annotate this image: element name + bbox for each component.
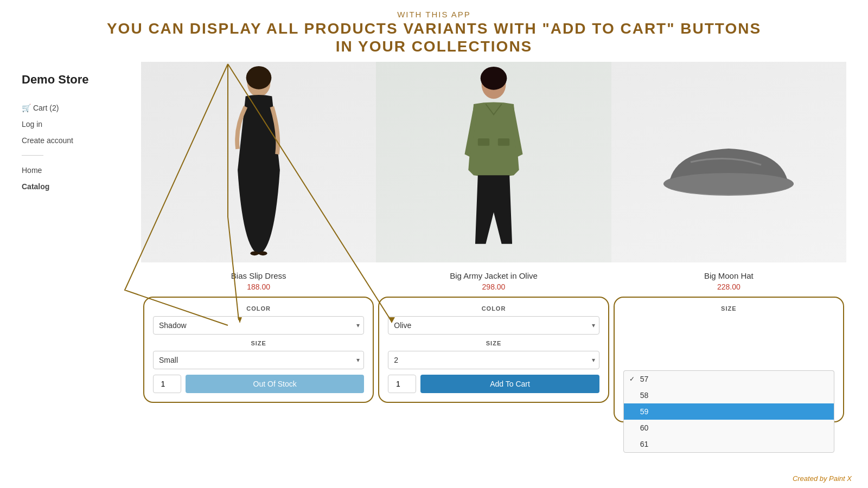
jacket-add-to-cart-button[interactable]: Add To Cart bbox=[420, 375, 599, 393]
hat-controls: Size ✓ 57 58 bbox=[611, 297, 846, 422]
page-layout: Demo Store 🛒 Cart (2) Log in Create acco… bbox=[0, 62, 868, 422]
dress-out-of-stock-button[interactable]: Out Of Stock bbox=[186, 375, 364, 393]
banner-line3: IN YOUR COLLECTIONS bbox=[0, 38, 868, 55]
svg-point-4 bbox=[250, 251, 259, 255]
dress-size-select[interactable]: Small bbox=[153, 351, 364, 369]
svg-point-7 bbox=[481, 67, 507, 90]
jacket-image bbox=[376, 62, 611, 262]
jacket-name: Big Army Jacket in Olive bbox=[450, 271, 538, 280]
dress-color-select-wrap: Shadow ▾ bbox=[153, 316, 364, 335]
dress-qty-input[interactable] bbox=[153, 375, 181, 393]
sidebar-divider bbox=[22, 155, 43, 156]
jacket-color-select-wrap: Olive ▾ bbox=[388, 316, 599, 335]
dress-name: Bias Slip Dress bbox=[231, 271, 286, 280]
banner-line2: YOU CAN DISPLAY ALL PRODUCTS VARIANTS WI… bbox=[0, 19, 868, 38]
svg-point-11 bbox=[663, 173, 794, 195]
dress-size-select-wrap: Small ▾ bbox=[153, 351, 364, 369]
hat-size-option-59[interactable]: 59 bbox=[624, 403, 834, 420]
footer-credit: Created by Paint X bbox=[793, 474, 852, 483]
product-card-hat: Big Moon Hat 228.00 bbox=[611, 62, 846, 291]
store-name: Demo Store bbox=[22, 73, 108, 87]
dress-color-label: Color bbox=[153, 305, 364, 312]
sidebar: Demo Store 🛒 Cart (2) Log in Create acco… bbox=[0, 62, 119, 422]
dress-cart-row: Out Of Stock bbox=[153, 375, 364, 393]
dress-image-wrap bbox=[141, 62, 376, 262]
jacket-size-select-wrap: 2 ▾ bbox=[388, 351, 599, 369]
hat-size-dropdown-container: ✓ 57 58 59 bbox=[623, 370, 834, 389]
jacket-size-select[interactable]: 2 bbox=[388, 351, 599, 369]
hat-size-dropdown-list: ✓ 57 58 59 bbox=[623, 370, 834, 453]
hat-name: Big Moon Hat bbox=[704, 271, 754, 280]
hat-control-inner: Size ✓ 57 58 bbox=[614, 297, 844, 422]
product-card-dress: Bias Slip Dress 188.00 bbox=[141, 62, 376, 291]
controls-row: Color Shadow ▾ Size Small ▾ bbox=[141, 297, 846, 422]
product-grid: Bias Slip Dress 188.00 bbox=[141, 62, 846, 291]
dress-color-select[interactable]: Shadow bbox=[153, 316, 364, 335]
jacket-price: 298.00 bbox=[482, 282, 506, 291]
hat-price: 228.00 bbox=[717, 282, 741, 291]
jacket-size-label: SIZE bbox=[388, 340, 599, 346]
jacket-silhouette bbox=[434, 65, 553, 260]
svg-rect-8 bbox=[478, 138, 489, 146]
hat-image-wrap bbox=[611, 62, 846, 262]
main-content: Bias Slip Dress 188.00 bbox=[119, 62, 868, 422]
dress-size-label: Size bbox=[153, 340, 364, 346]
product-card-jacket: Big Army Jacket in Olive 298.00 bbox=[376, 62, 611, 291]
dress-controls: Color Shadow ▾ Size Small ▾ bbox=[141, 297, 376, 422]
hat-size-option-61[interactable]: 61 bbox=[624, 436, 834, 452]
hat-size-option-57[interactable]: ✓ 57 bbox=[624, 371, 834, 387]
hat-size-option-58[interactable]: 58 bbox=[624, 387, 834, 403]
dress-control-inner: Color Shadow ▾ Size Small ▾ bbox=[143, 297, 374, 403]
jacket-qty-input[interactable] bbox=[388, 375, 416, 393]
sidebar-catalog-link[interactable]: Catalog bbox=[22, 182, 49, 191]
jacket-color-label: COLOR bbox=[388, 305, 599, 312]
banner: WITH THIS APP YOU CAN DISPLAY ALL PRODUC… bbox=[0, 0, 868, 62]
jacket-control-inner: COLOR Olive ▾ SIZE 2 ▾ bbox=[378, 297, 609, 403]
dress-image bbox=[141, 62, 376, 262]
jacket-controls: COLOR Olive ▾ SIZE 2 ▾ bbox=[376, 297, 611, 422]
svg-rect-9 bbox=[498, 138, 509, 146]
sidebar-create-account-link[interactable]: Create account bbox=[22, 136, 73, 145]
svg-point-5 bbox=[259, 251, 267, 255]
sidebar-home-link[interactable]: Home bbox=[22, 166, 42, 175]
check-icon: ✓ bbox=[629, 375, 637, 383]
hat-image bbox=[611, 62, 846, 262]
jacket-image-wrap bbox=[376, 62, 611, 262]
sidebar-login-link[interactable]: Log in bbox=[22, 120, 42, 129]
hat-size-option-60[interactable]: 60 bbox=[624, 420, 834, 436]
svg-point-1 bbox=[246, 66, 271, 89]
sidebar-cart-link[interactable]: 🛒 Cart (2) bbox=[22, 104, 59, 112]
banner-line1: WITH THIS APP bbox=[0, 10, 868, 19]
dress-price: 188.00 bbox=[247, 282, 270, 291]
hat-size-label: Size bbox=[623, 305, 834, 312]
dress-silhouette bbox=[205, 65, 313, 260]
jacket-cart-row: Add To Cart bbox=[388, 375, 599, 393]
hat-silhouette bbox=[653, 108, 805, 216]
jacket-color-select[interactable]: Olive bbox=[388, 316, 599, 335]
